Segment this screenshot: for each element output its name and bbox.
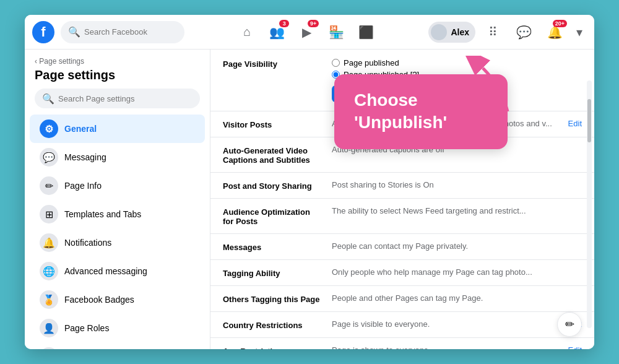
search-input[interactable]	[84, 27, 177, 37]
published-option[interactable]: Page published	[332, 58, 456, 67]
sidebar-item-label: Page Info	[64, 181, 102, 191]
facebook-logo[interactable]: f	[32, 21, 54, 43]
table-row: Age Restrictions Page is shown to everyo…	[210, 338, 594, 349]
people-icon: 👥	[40, 347, 58, 349]
sidebar-search-bar[interactable]: 🔍	[35, 89, 200, 108]
row-value: The ability to select News Feed targetin…	[332, 206, 582, 215]
sidebar-item-label: Messaging	[64, 152, 106, 162]
chevron-btn[interactable]: ▾	[572, 19, 587, 46]
sidebar-item-general[interactable]: ⚙ General	[30, 115, 205, 143]
row-label: Visitor Posts	[223, 119, 322, 129]
table-row: Others Tagging this Page People and othe…	[210, 286, 594, 312]
table-row: Tagging Ability Only people who help man…	[210, 260, 594, 286]
nav-icons-group: ⌂ 👥 3 ▶ 9+ 🏪 ⬛	[191, 19, 422, 46]
sidebar-item-people-pages[interactable]: 👥 People and Other Pages	[30, 342, 205, 349]
sidebar: ‹ Page settings Page settings 🔍 ⚙ Genera…	[25, 50, 210, 349]
marketplace-nav-btn[interactable]: 🏪	[322, 19, 350, 46]
pages-icon: ⬛	[358, 25, 374, 40]
chevron-down-icon: ▾	[576, 25, 582, 40]
row-label: Tagging Ability	[223, 267, 322, 278]
sidebar-item-label: Templates and Tabs	[64, 209, 141, 219]
sidebar-item-advanced-messaging[interactable]: 🌐 Advanced messaging	[30, 257, 205, 285]
sidebar-search-input[interactable]	[58, 94, 193, 103]
person-icon: 👤	[40, 319, 58, 337]
search-bar[interactable]: 🔍	[61, 21, 184, 43]
marketplace-icon: 🏪	[329, 25, 344, 40]
row-label: Post and Story Sharing	[223, 180, 322, 191]
visibility-label: Page Visibility	[223, 58, 322, 69]
sidebar-item-label: General	[64, 124, 97, 134]
profile-name: Alex	[451, 27, 469, 37]
globe-icon: 🌐	[40, 262, 58, 280]
row-value: Post sharing to Stories is On	[332, 180, 582, 189]
messaging-icon: 💬	[40, 148, 58, 167]
published-radio[interactable]	[332, 59, 340, 67]
sidebar-item-page-info[interactable]: ✏ Page Info	[30, 171, 205, 200]
edit-link[interactable]: Edit	[568, 345, 582, 349]
friends-nav-btn[interactable]: 👥 3	[263, 19, 290, 46]
scrollbar-thumb[interactable]	[587, 99, 591, 142]
callout-overlay: Choose 'Unpublish'	[334, 74, 508, 149]
messenger-icon: 💬	[516, 25, 532, 40]
scrollbar-track[interactable]	[587, 80, 592, 328]
row-label: Messages	[223, 241, 322, 252]
row-label: Others Tagging this Page	[223, 293, 322, 304]
edit-pencil-icon: ✏	[565, 318, 574, 331]
sidebar-search-icon: 🔍	[42, 93, 54, 105]
main-body: ‹ Page settings Page settings 🔍 ⚙ Genera…	[25, 50, 594, 349]
nav-right-group: Alex ⠿ 💬 🔔 20+ ▾	[428, 19, 587, 46]
callout-text: Choose 'Unpublish'	[354, 90, 447, 132]
grid-menu-btn[interactable]: ⠿	[479, 19, 506, 46]
friends-badge: 3	[279, 20, 289, 27]
table-row: Messages People can contact my Page priv…	[210, 234, 594, 260]
sidebar-item-label: Advanced messaging	[64, 266, 147, 276]
row-value: Page is visible to everyone.	[332, 319, 558, 329]
bell-icon: 🔔	[40, 233, 58, 252]
row-value: People and other Pages can tag my Page.	[332, 293, 582, 303]
profile-button[interactable]: Alex	[428, 22, 475, 43]
pencil-icon: ✏	[40, 176, 58, 195]
breadcrumb: ‹ Page settings	[25, 57, 210, 68]
row-value: Page is shown to everyone.	[332, 345, 558, 349]
row-label: Auto-Generated Video Captions and Subtit…	[223, 145, 322, 165]
sidebar-item-label: Notifications	[64, 238, 111, 248]
row-label: Country Restrictions	[223, 319, 322, 330]
table-row: Audience Optimization for Posts The abil…	[210, 199, 594, 234]
grid-icon: ⠿	[488, 25, 498, 40]
page-title: Page settings	[25, 68, 210, 89]
edit-link[interactable]: Edit	[568, 119, 582, 128]
sidebar-item-label: Facebook Badges	[64, 295, 134, 305]
row-value: Only people who help manage my Page can …	[332, 267, 582, 277]
row-value: People can contact my Page privately.	[332, 241, 582, 251]
notification-badge: 20+	[553, 20, 567, 27]
home-icon: ⌂	[243, 25, 251, 39]
top-navigation: f 🔍 ⌂ 👥 3 ▶ 9+ 🏪 ⬛	[25, 15, 594, 50]
row-label: Audience Optimization for Posts	[223, 206, 322, 226]
sidebar-item-page-roles[interactable]: 👤 Page Roles	[30, 314, 205, 342]
row-label: Age Restrictions	[223, 345, 322, 349]
sidebar-item-badges[interactable]: 🏅 Facebook Badges	[30, 285, 205, 314]
avatar	[431, 24, 447, 40]
content-area: Page Visibility Page published Page unpu…	[210, 50, 594, 349]
sidebar-item-label: Page Roles	[64, 323, 109, 333]
sidebar-item-notifications[interactable]: 🔔 Notifications	[30, 228, 205, 257]
sidebar-item-templates[interactable]: ⊞ Templates and Tabs	[30, 200, 205, 228]
pages-nav-btn[interactable]: ⬛	[352, 19, 379, 46]
sidebar-item-messaging[interactable]: 💬 Messaging	[30, 143, 205, 171]
gear-icon: ⚙	[40, 119, 58, 138]
watch-badge: 9+	[308, 20, 319, 27]
table-row: Post and Story Sharing Post sharing to S…	[210, 173, 594, 199]
edit-fab-button[interactable]: ✏	[557, 312, 582, 337]
search-icon: 🔍	[68, 26, 80, 38]
messenger-btn[interactable]: 💬	[510, 19, 537, 46]
notification-btn[interactable]: 🔔 20+	[541, 19, 568, 46]
home-nav-btn[interactable]: ⌂	[233, 19, 261, 46]
badge-icon: 🏅	[40, 290, 58, 309]
watch-nav-btn[interactable]: ▶ 9+	[293, 19, 320, 46]
grid-icon: ⊞	[40, 205, 58, 223]
published-label: Page published	[344, 58, 399, 67]
table-row: Country Restrictions Page is visible to …	[210, 312, 594, 338]
